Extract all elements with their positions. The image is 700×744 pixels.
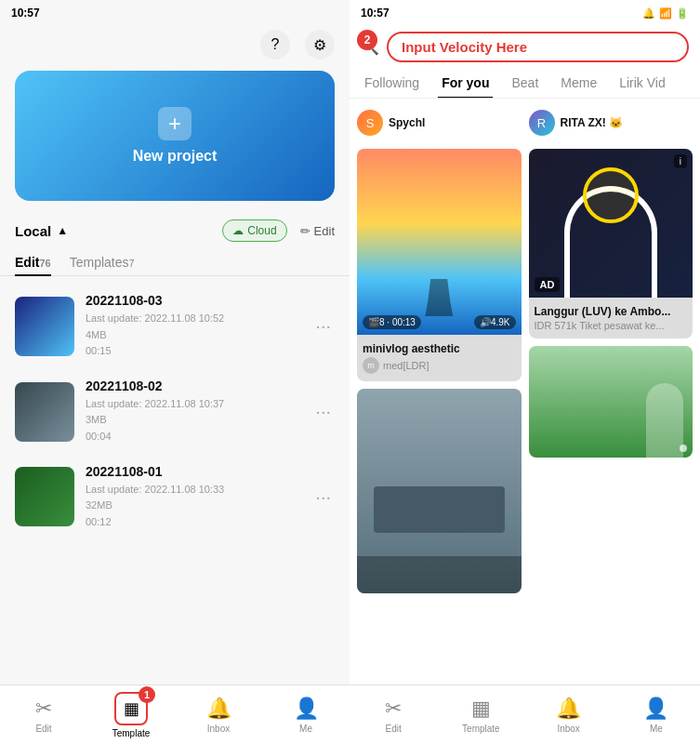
step-badge: 2 — [357, 30, 377, 50]
nav-label-edit: Edit — [35, 724, 51, 734]
template-icon-box: ▦ 1 — [114, 692, 148, 725]
local-header: Local ▲ ☁ Cloud ✏ Edit — [0, 208, 350, 249]
feed-column-left: S Spychl 🎬8 · 00:13 🔊4.9K minivlog aesth… — [357, 106, 522, 593]
train-track — [357, 556, 522, 593]
settings-button[interactable]: ⚙ — [305, 30, 335, 60]
card-title-langgur: Langgur (LUV) ke Ambo... — [535, 301, 688, 320]
person-silhouette — [646, 383, 683, 458]
person-icon-right: 👤 — [643, 697, 668, 721]
bell-icon: 🔔 — [206, 697, 231, 721]
bell-icon-right: 🔔 — [556, 697, 581, 721]
tab-beat[interactable]: Beat — [508, 68, 542, 98]
feed-column-right: R RITA ZX! 🐱 i AD Langgur (LUV) ke Ambo.… — [529, 106, 693, 593]
scissors-icon-right: ✂ — [385, 697, 402, 721]
card-avatar-med: m — [363, 357, 379, 374]
tab-lirik-vid[interactable]: Lirik Vid — [615, 68, 669, 98]
nav-label-template-right: Template — [462, 724, 500, 734]
user-row-spychl: S Spychl — [357, 106, 522, 141]
nav-item-inbox[interactable]: 🔔 Inbox — [175, 685, 262, 744]
nav-label-inbox: Inbox — [207, 724, 230, 734]
local-actions: ☁ Cloud ✏ Edit — [222, 219, 335, 242]
project-info: 20221108-03 Last update: 2022.11.08 10:5… — [86, 293, 300, 360]
card-info-ad: Langgur (LUV) ke Ambo... IDR 571k Tiket … — [529, 298, 693, 339]
feed-card-person[interactable] — [529, 346, 693, 458]
lights-ring — [583, 167, 639, 223]
local-section-label: Local ▲ — [15, 223, 68, 239]
tab-following[interactable]: Following — [361, 68, 423, 98]
tab-edit[interactable]: Edit76 — [15, 249, 51, 275]
tab-meme[interactable]: Meme — [557, 68, 601, 98]
project-name: 20221108-02 — [86, 379, 300, 393]
stat-clips: 🎬8 · 00:13 — [363, 315, 421, 329]
feed-columns: S Spychl 🎬8 · 00:13 🔊4.9K minivlog aesth… — [350, 99, 700, 601]
feed-content: S Spychl 🎬8 · 00:13 🔊4.9K minivlog aesth… — [350, 99, 700, 684]
nav-label-template: Template — [112, 728, 151, 738]
card-image-landscape: 🎬8 · 00:13 🔊4.9K — [357, 149, 522, 335]
nav-item-me-right[interactable]: 👤 Me — [613, 685, 700, 744]
user-row-rita: R RITA ZX! 🐱 — [529, 106, 693, 141]
card-stats: 🎬8 · 00:13 🔊4.9K — [363, 315, 516, 329]
nav-label-inbox-right: Inbox — [557, 724, 579, 734]
ad-icon: i — [674, 154, 687, 168]
scissors-icon: ✂ — [35, 697, 52, 721]
feed-card-minivlog[interactable]: 🎬8 · 00:13 🔊4.9K minivlog aesthetic m me… — [357, 149, 522, 381]
time-left: 10:57 — [11, 7, 40, 20]
nav-label-edit-right: Edit — [386, 724, 402, 734]
nav-item-inbox-right[interactable]: 🔔 Inbox — [525, 685, 613, 744]
more-icon[interactable]: ··· — [311, 397, 335, 426]
list-item[interactable]: 20221108-02 Last update: 2022.11.08 10:3… — [0, 369, 350, 455]
card-image-arch: i AD — [529, 149, 693, 298]
nav-item-edit[interactable]: ✂ Edit — [0, 685, 87, 744]
project-name: 20221108-01 — [86, 464, 300, 479]
edit-button[interactable]: ✏ Edit — [300, 224, 335, 238]
more-icon[interactable]: ··· — [311, 483, 335, 512]
project-info: 20221108-02 Last update: 2022.11.08 10:3… — [86, 379, 300, 445]
project-name: 20221108-03 — [86, 293, 300, 308]
username-rita: RITA ZX! 🐱 — [561, 116, 624, 129]
new-project-banner[interactable]: + New project — [15, 71, 335, 201]
card-title-minivlog: minivlog aesthetic — [363, 339, 516, 357]
settings-icon: ⚙ — [313, 36, 326, 54]
train-body — [374, 486, 505, 533]
help-icon: ? — [271, 36, 280, 53]
top-icons: ? ⚙ — [0, 26, 350, 63]
local-arrow-icon: ▲ — [57, 224, 68, 237]
list-item[interactable]: 20221108-03 Last update: 2022.11.08 10:5… — [0, 284, 350, 369]
avatar-rita: R — [529, 110, 555, 136]
search-input[interactable] — [387, 32, 689, 62]
time-right: 10:57 — [361, 7, 390, 20]
chair-silhouette — [425, 279, 453, 316]
tab-templates[interactable]: Templates7 — [70, 249, 135, 275]
template-badge: 1 — [139, 686, 155, 703]
bottom-nav-left: ✂ Edit ▦ 1 Template 🔔 Inbox 👤 Me — [0, 684, 350, 744]
status-icons: 🔔 📶 🔋 — [642, 7, 689, 20]
new-project-label: New project — [133, 148, 218, 165]
cloud-button[interactable]: ☁ Cloud — [222, 219, 286, 242]
nav-label-me-right: Me — [650, 724, 663, 734]
help-button[interactable]: ? — [260, 30, 290, 60]
project-meta: Last update: 2022.11.08 10:33 32MB 00:12 — [86, 482, 300, 531]
dots-indicator — [680, 445, 687, 452]
feed-card-train[interactable] — [357, 389, 522, 593]
new-project-plus-icon: + — [158, 107, 192, 140]
nav-item-template[interactable]: ▦ 1 Template — [87, 685, 175, 744]
search-bar: 🔍 — [350, 26, 700, 68]
edit-icon: ✏ — [300, 224, 310, 238]
more-icon[interactable]: ··· — [311, 312, 335, 340]
person-icon: 👤 — [294, 697, 319, 721]
tab-for-you[interactable]: For you — [438, 68, 493, 98]
feed-card-ad[interactable]: i AD Langgur (LUV) ke Ambo... IDR 571k T… — [529, 149, 693, 339]
nav-item-me[interactable]: 👤 Me — [262, 685, 350, 744]
project-thumbnail — [15, 467, 74, 526]
ad-label: AD — [535, 277, 561, 292]
card-info: minivlog aesthetic m med[LDR] — [357, 335, 522, 381]
nav-label-me: Me — [299, 724, 312, 734]
list-item[interactable]: 20221108-01 Last update: 2022.11.08 10:3… — [0, 455, 350, 540]
stat-plays: 🔊4.9K — [474, 315, 516, 329]
nav-item-template-right[interactable]: ▦ Template — [437, 685, 524, 744]
card-subtitle-langgur: IDR 571k Tiket pesawat ke... — [535, 320, 688, 331]
username-spychl: Spychl — [389, 116, 425, 129]
bottom-nav-right: ✂ Edit ▦ Template 🔔 Inbox 👤 Me — [350, 684, 700, 744]
card-image-train — [357, 389, 522, 593]
nav-item-edit-right[interactable]: ✂ Edit — [350, 685, 437, 744]
